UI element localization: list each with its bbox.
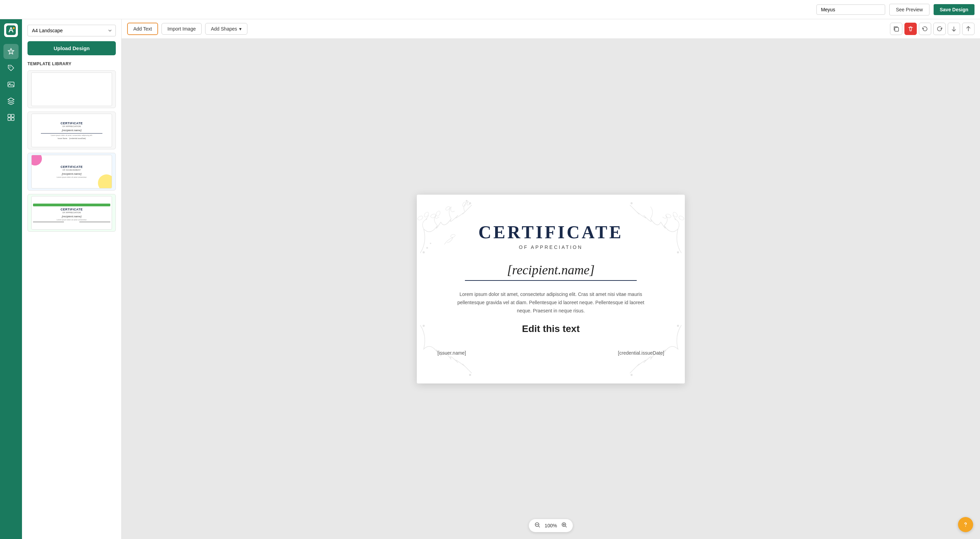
canvas-area: CERTIFICATE OF APPRECIATION [recipient.n…: [122, 39, 980, 539]
certificate-content: CERTIFICATE OF APPRECIATION [recipient.n…: [438, 222, 664, 355]
add-shapes-dropdown-icon: ▾: [239, 26, 242, 32]
zoom-value: 100%: [544, 523, 558, 528]
undo-button[interactable]: [919, 23, 931, 35]
sidebar-icon-star[interactable]: [3, 44, 19, 59]
sidebar-icon-image[interactable]: [3, 77, 19, 92]
header: See Preview Save Design: [0, 0, 980, 19]
toolbar: Add Text Import Image Add Shapes ▾: [122, 19, 980, 39]
svg-point-22: [678, 215, 685, 221]
main-layout: A4 Landscape A4 Portrait Letter Landscap…: [0, 19, 980, 539]
template-colorful[interactable]: CERTIFICATE OF ACHIEVEMENT [recipient.na…: [27, 153, 116, 190]
preview-button[interactable]: See Preview: [889, 4, 929, 16]
svg-point-1: [13, 27, 15, 29]
svg-point-15: [462, 201, 467, 207]
size-select-row: A4 Landscape A4 Portrait Letter Landscap…: [27, 25, 116, 36]
svg-point-25: [677, 251, 679, 254]
cert-body-text[interactable]: Lorem ipsum dolor sit amet, consectetur …: [451, 290, 651, 315]
zoom-out-icon[interactable]: [535, 522, 541, 529]
toolbar-left: Add Text Import Image Add Shapes ▾: [127, 23, 247, 35]
svg-point-16: [423, 251, 425, 254]
svg-point-34: [965, 526, 966, 526]
cert-footer: [issuer.name] [credential.issueDate]: [438, 350, 664, 356]
design-name-input[interactable]: [816, 5, 885, 15]
svg-rect-8: [11, 118, 14, 120]
help-button[interactable]: [958, 517, 973, 532]
save-button[interactable]: Save Design: [934, 4, 975, 15]
delete-button[interactable]: [904, 23, 917, 35]
svg-point-29: [677, 325, 679, 327]
cert-issuer-label[interactable]: [issuer.name]: [438, 350, 466, 356]
toolbar-right: [890, 23, 975, 35]
cert-date-label[interactable]: [credential.issueDate]: [618, 350, 664, 356]
cert-subtitle[interactable]: OF APPRECIATION: [519, 244, 583, 250]
redo-button[interactable]: [933, 23, 946, 35]
svg-point-20: [466, 200, 468, 201]
zoom-bar: 100%: [529, 519, 573, 532]
move-up-button[interactable]: [962, 23, 975, 35]
svg-point-11: [423, 211, 430, 218]
cert-edit-text[interactable]: Edit this text: [522, 323, 580, 334]
add-shapes-button[interactable]: Add Shapes ▾: [205, 23, 247, 35]
svg-point-27: [423, 325, 425, 327]
certificate-canvas[interactable]: CERTIFICATE OF APPRECIATION [recipient.n…: [417, 195, 685, 384]
content-area: Add Text Import Image Add Shapes ▾: [122, 19, 980, 539]
svg-point-28: [469, 374, 471, 376]
svg-point-10: [417, 215, 424, 221]
svg-point-18: [430, 243, 431, 244]
svg-point-19: [469, 202, 471, 204]
svg-point-30: [630, 374, 633, 376]
svg-rect-7: [8, 118, 11, 120]
sidebar-icon-grid[interactable]: [3, 110, 19, 125]
template-botanical[interactable]: CERTIFICATE OF APPRECIATION [recipient.n…: [27, 112, 116, 149]
size-select[interactable]: A4 Landscape A4 Portrait Letter Landscap…: [27, 25, 116, 36]
upload-design-button[interactable]: Upload Design: [27, 41, 116, 55]
svg-point-26: [630, 202, 633, 204]
svg-point-17: [426, 247, 428, 249]
app-logo: [4, 23, 18, 37]
sidebar-icon-tag[interactable]: [3, 60, 19, 76]
move-down-button[interactable]: [948, 23, 960, 35]
svg-rect-5: [8, 114, 11, 117]
sidebar-icon-layers[interactable]: [3, 94, 19, 108]
template-blank[interactable]: [27, 70, 116, 108]
copy-button[interactable]: [890, 23, 902, 35]
cert-title[interactable]: CERTIFICATE: [478, 222, 623, 243]
canvas-scroll: CERTIFICATE OF APPRECIATION [recipient.n…: [122, 39, 980, 539]
add-text-button[interactable]: Add Text: [127, 23, 158, 35]
template-grid: CERTIFICATE OF APPRECIATION [recipient.n…: [27, 70, 116, 232]
cert-recipient-name[interactable]: [recipient.name]: [507, 262, 595, 277]
template-library-label: TEMPLATE LIBRARY: [27, 62, 116, 66]
zoom-in-icon[interactable]: [561, 522, 567, 529]
svg-rect-6: [11, 114, 14, 117]
icon-sidebar: [0, 19, 22, 539]
svg-rect-9: [895, 27, 899, 31]
svg-point-13: [435, 210, 441, 217]
left-panel: A4 Landscape A4 Portrait Letter Landscap…: [22, 19, 122, 539]
svg-rect-3: [8, 82, 14, 87]
import-image-button[interactable]: Import Image: [162, 23, 201, 35]
template-modern[interactable]: CERTIFICATE OF APPRECIATION [recipient.n…: [27, 194, 116, 232]
svg-point-23: [672, 211, 678, 218]
cert-divider-line: [465, 280, 637, 281]
svg-point-14: [445, 206, 450, 211]
svg-point-2: [10, 67, 11, 68]
